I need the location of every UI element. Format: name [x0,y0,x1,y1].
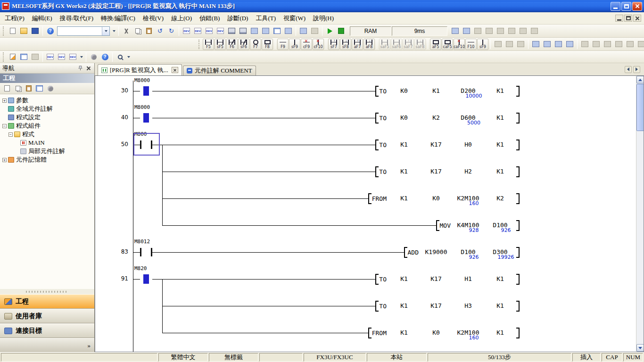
display-lines-icon[interactable] [613,39,624,49]
monitor-start-icon[interactable] [324,26,335,36]
contact-m820[interactable] [140,274,152,284]
element-selection-icon[interactable] [18,52,29,62]
fkey-button[interactable]: saF6 [391,39,402,50]
program-check-icon[interactable] [45,26,56,36]
program-transfer-icon[interactable] [283,26,294,36]
instruction[interactable]: TOK0K1D20010000K1 [375,85,520,97]
new-project-icon[interactable] [7,26,18,36]
instruction[interactable]: FROMK1K0K2M100160K2 [368,192,520,205]
scroll-up-icon[interactable] [636,76,644,83]
menu-item[interactable]: 工具(T) [252,13,280,24]
nav-button-user-library[interactable]: 使用者庫 [0,309,94,323]
cross-reference-icon[interactable] [530,39,541,49]
vertical-scrollbar[interactable] [636,76,644,352]
mdi-restore-button[interactable] [624,15,632,22]
partial-execution-icon[interactable] [484,26,495,36]
menu-item[interactable]: 偵錯(B) [196,13,223,24]
menu-item[interactable]: 診斷(D) [223,13,252,24]
edit-statement-icon[interactable] [504,39,515,49]
instruction[interactable]: TOK1K17H2K1 [375,165,520,178]
menu-item[interactable]: 工程(P) [1,13,28,24]
menu-item[interactable]: 搜尋/取代(F) [56,13,98,24]
navigation-window-icon[interactable] [7,52,18,62]
fkey-button[interactable]: F8 [262,39,273,50]
combobox-dropdown-icon[interactable] [102,27,109,35]
find-dropdown-icon[interactable] [126,52,131,62]
mdi-minimize-button[interactable] [615,15,623,22]
contact-m8000[interactable] [140,86,152,96]
tree-expand-toggle[interactable]: + [2,99,7,103]
device-monitor-icon[interactable] [564,39,575,49]
verify-with-plc-icon[interactable] [249,26,260,36]
tab-scroll-left-icon[interactable] [625,66,632,73]
new-data-icon[interactable] [1,83,12,93]
ladder-editor[interactable]: 30TOK0K1D20010000K1M800040TOK0K2D6005000… [95,75,644,352]
all-display-icon[interactable] [636,39,644,49]
fkey-button[interactable]: aF7 [352,39,363,50]
fkey-button[interactable]: sF7 [328,39,339,50]
output-window-icon[interactable] [30,52,41,62]
edit-note-icon[interactable] [515,39,526,49]
device-initial-value-icon[interactable]: DEV [204,26,215,36]
note-display-icon[interactable] [602,39,613,49]
menu-item[interactable]: 線上(O) [167,13,196,24]
sort-setting-icon[interactable] [45,83,56,93]
tab-device-comment[interactable]: 元件註解 COMMENT [183,66,256,75]
device-use-list-icon[interactable] [542,39,553,49]
copy-icon[interactable] [132,26,143,36]
menu-item[interactable]: 視窗(W) [280,13,309,24]
tab-close-icon[interactable] [172,67,178,73]
restore-button[interactable] [621,2,631,11]
menu-item[interactable]: 編輯(E) [28,13,56,24]
comment-display-icon[interactable] [579,39,590,49]
instruction[interactable]: TOK0K2D6005000K1 [375,112,520,124]
instruction[interactable]: MOVK4M100928D100926 [436,219,520,231]
read-from-plc-icon[interactable] [238,26,248,36]
save-project-icon[interactable] [30,26,41,36]
open-project-icon[interactable] [18,26,29,36]
menu-item[interactable]: 說明(H) [309,13,338,24]
copy-data-icon[interactable] [12,83,23,93]
fkey-button[interactable]: sF5 [215,39,226,50]
tree-expand-toggle[interactable]: + [2,158,7,162]
watch-window-icon[interactable] [553,39,564,49]
tree-item-main[interactable]: MAIN [0,139,94,147]
help-icon[interactable] [99,52,110,62]
display-target-dropdown-icon[interactable] [111,26,116,36]
contact-m8012[interactable] [140,247,152,257]
nav-button-project[interactable]: 工程 [0,294,94,309]
cut-icon[interactable] [121,26,132,36]
fkey-button[interactable]: saF8 [414,39,426,50]
fkey-button[interactable]: sF6 [238,39,249,50]
menu-item[interactable]: 檢視(V) [139,13,167,24]
step-execution-icon[interactable] [450,26,461,36]
tree-item-global-comment[interactable]: 全域元件註解 [0,105,94,113]
fkey-button[interactable]: aF5 [430,39,441,50]
fkey-button[interactable]: F10 [465,39,477,50]
device-display-dropdown-icon[interactable] [79,52,84,62]
mdi-close-button[interactable] [633,15,641,22]
display-colors-icon[interactable] [625,39,636,49]
pin-icon[interactable] [77,65,84,72]
menu-item[interactable]: 轉換/編譯(C) [97,13,139,24]
device-display-icon[interactable]: DEV [215,26,226,36]
tree-item-program-setting[interactable]: 程式設定 [0,113,94,122]
fkey-button[interactable]: sF9 [289,39,300,50]
fkey-button[interactable]: saF5 [379,39,390,50]
fkey-button[interactable]: F7 [250,39,261,50]
redo-icon[interactable] [166,26,177,36]
fkey-button[interactable]: F5 [203,39,214,50]
tree-item-parameters[interactable]: + 參數 [0,96,94,105]
tree-item-program[interactable]: − 程式 [0,130,94,139]
find-device-icon[interactable] [115,52,125,62]
device-comment-display-icon[interactable]: DEV [45,52,56,62]
scroll-down-icon[interactable] [636,344,644,352]
fkey-button[interactable]: cF10 [313,39,324,50]
tab-scroll-right-icon[interactable] [633,66,640,73]
tree-item-pou[interactable]: − 程式組件 [0,122,94,130]
contact-m8000[interactable] [140,113,152,123]
skip-execution-icon[interactable] [472,26,483,36]
tree-expand-toggle[interactable]: − [8,132,13,137]
fkey-button[interactable]: cF9 [301,39,312,50]
minimize-button[interactable] [611,2,620,11]
